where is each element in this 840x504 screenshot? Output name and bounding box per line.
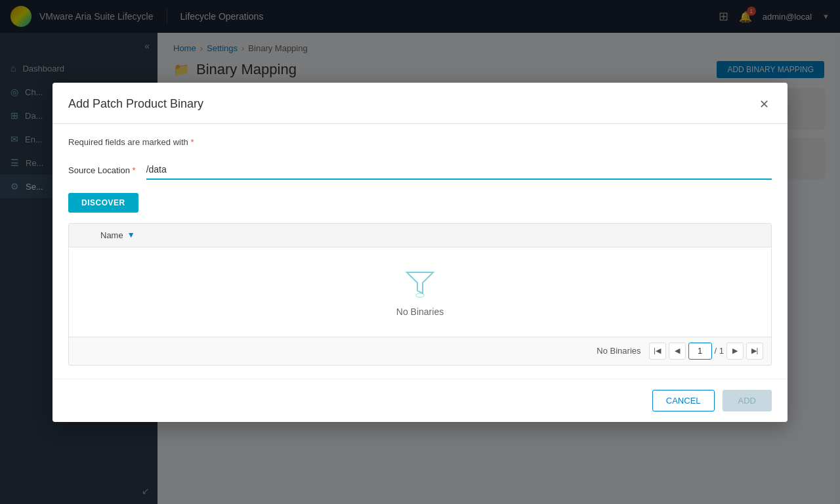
- modal-header: Add Patch Product Binary ✕: [52, 83, 788, 124]
- filter-icon[interactable]: ▼: [127, 230, 135, 240]
- required-notice-text: Required fields are marked with: [68, 137, 188, 147]
- pagination-bar: No Binaries |◀ ◀ / 1 ▶ ▶|: [69, 337, 771, 365]
- add-patch-modal: Add Patch Product Binary ✕ Required fiel…: [52, 83, 788, 422]
- name-col-label: Name: [100, 230, 123, 240]
- required-star: *: [190, 137, 194, 147]
- cancel-button[interactable]: CANCEL: [652, 390, 715, 411]
- source-location-required: *: [133, 165, 136, 175]
- table-checkbox-header: [69, 228, 95, 242]
- source-location-input-group: [146, 160, 772, 180]
- table-body: No Binaries: [69, 247, 771, 337]
- pagination-page-input[interactable]: [688, 343, 712, 360]
- empty-state: No Binaries: [396, 267, 444, 317]
- svg-marker-0: [407, 272, 433, 293]
- pagination-first-btn[interactable]: |◀: [649, 343, 666, 360]
- source-location-row: Source Location *: [68, 160, 772, 180]
- table-header: Name ▼: [69, 224, 771, 247]
- pagination-info: No Binaries: [597, 346, 640, 356]
- modal-close-button[interactable]: ✕: [757, 96, 772, 113]
- svg-point-1: [416, 293, 424, 297]
- required-notice: Required fields are marked with *: [68, 137, 772, 147]
- pagination-next-btn[interactable]: ▶: [726, 343, 744, 360]
- source-location-label: Source Location *: [68, 160, 136, 175]
- pagination-prev-btn[interactable]: ◀: [669, 343, 686, 360]
- add-button[interactable]: ADD: [723, 390, 772, 411]
- source-location-label-text: Source Location: [68, 165, 130, 175]
- empty-funnel-icon: [404, 267, 436, 299]
- discover-button[interactable]: DISCOVER: [68, 193, 138, 213]
- discover-row: DISCOVER: [68, 190, 772, 213]
- pagination-total: / 1: [715, 346, 724, 356]
- modal-footer: CANCEL ADD: [52, 379, 788, 422]
- pagination-last-btn[interactable]: ▶|: [746, 343, 763, 360]
- modal-body: Required fields are marked with * Source…: [52, 124, 788, 379]
- empty-text: No Binaries: [396, 306, 444, 317]
- table-name-col-header: Name ▼: [95, 224, 771, 247]
- binaries-table: Name ▼ No Binaries: [68, 223, 772, 366]
- modal-title: Add Patch Product Binary: [68, 97, 203, 111]
- source-location-input[interactable]: [146, 160, 772, 180]
- modal-overlay: Add Patch Product Binary ✕ Required fiel…: [0, 0, 840, 504]
